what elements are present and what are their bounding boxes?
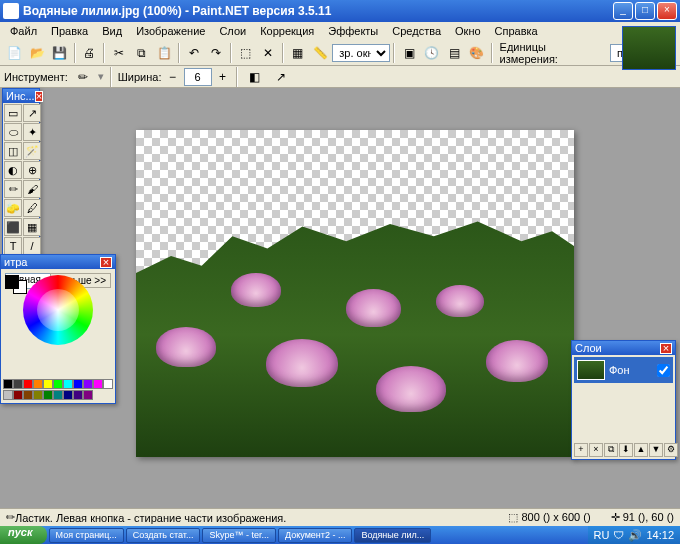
palette-color[interactable] <box>63 379 73 389</box>
canvas[interactable] <box>136 130 574 457</box>
undo-button[interactable]: ↶ <box>183 42 205 64</box>
delete-layer-button[interactable]: × <box>589 443 603 457</box>
tool-15[interactable]: / <box>23 237 41 255</box>
tool-11[interactable]: 🖊 <box>23 199 41 217</box>
width-decrease-button[interactable]: − <box>166 66 180 88</box>
paste-button[interactable]: 📋 <box>153 42 175 64</box>
brush-width-input[interactable] <box>184 68 212 86</box>
palette-color[interactable] <box>83 390 93 400</box>
palette-color[interactable] <box>33 379 43 389</box>
close-icon[interactable]: × <box>660 343 672 354</box>
zoom-select[interactable]: зр. окна <box>332 44 390 62</box>
add-layer-button[interactable]: + <box>574 443 588 457</box>
ruler-button[interactable]: 📏 <box>310 42 332 64</box>
close-icon[interactable]: × <box>35 91 43 102</box>
palette-color[interactable] <box>83 379 93 389</box>
menu-файл[interactable]: Файл <box>4 24 43 38</box>
palette-color[interactable] <box>33 390 43 400</box>
move-up-button[interactable]: ▲ <box>634 443 648 457</box>
width-increase-button[interactable]: + <box>216 66 230 88</box>
print-button[interactable]: 🖨 <box>79 42 101 64</box>
save-button[interactable]: 💾 <box>49 42 71 64</box>
palette-color[interactable] <box>23 379 33 389</box>
start-button[interactable]: пуск <box>0 526 47 544</box>
grid-button[interactable]: ▦ <box>287 42 309 64</box>
tool-5[interactable]: 🪄 <box>23 142 41 160</box>
minimize-button[interactable]: _ <box>613 2 633 20</box>
menu-коррекция[interactable]: Коррекция <box>254 24 320 38</box>
cut-button[interactable]: ✂ <box>108 42 130 64</box>
palette-color[interactable] <box>3 390 13 400</box>
menu-средства[interactable]: Средства <box>386 24 447 38</box>
maximize-button[interactable]: □ <box>635 2 655 20</box>
palette-color[interactable] <box>23 390 33 400</box>
navigator-thumbnail[interactable] <box>622 26 676 70</box>
taskbar-item[interactable]: Документ2 - ... <box>278 528 352 543</box>
layers-button[interactable]: ▤ <box>443 42 465 64</box>
layers-panel[interactable]: Слои× Фон + × ⧉ ⬇ ▲ ▼ ⚙ <box>571 340 676 460</box>
palette-color[interactable] <box>103 379 113 389</box>
move-down-button[interactable]: ▼ <box>649 443 663 457</box>
color-wheel[interactable] <box>23 275 93 345</box>
close-button[interactable]: × <box>657 2 677 20</box>
blend-button[interactable]: ↗ <box>270 66 292 88</box>
palette-color[interactable] <box>93 379 103 389</box>
history-button[interactable]: 🕓 <box>421 42 443 64</box>
taskbar-item[interactable]: Водяные лил... <box>354 528 431 543</box>
tool-4[interactable]: ◫ <box>4 142 22 160</box>
tool-1[interactable]: ↗ <box>23 104 41 122</box>
active-tool-icon[interactable]: ✏ <box>72 66 94 88</box>
palette-color[interactable] <box>43 390 53 400</box>
taskbar-item[interactable]: Создать стат... <box>126 528 201 543</box>
palette-color[interactable] <box>43 379 53 389</box>
menu-справка[interactable]: Справка <box>489 24 544 38</box>
tool-6[interactable]: ◐ <box>4 161 22 179</box>
close-icon[interactable]: × <box>100 257 112 268</box>
tool-8[interactable]: ✏ <box>4 180 22 198</box>
new-button[interactable]: 📄 <box>4 42 26 64</box>
palette-color[interactable] <box>53 390 63 400</box>
clock[interactable]: 14:12 <box>646 529 674 541</box>
palette-color[interactable] <box>53 379 63 389</box>
layer-visibility-checkbox[interactable] <box>657 364 670 377</box>
redo-button[interactable]: ↷ <box>206 42 228 64</box>
primary-color-swatch[interactable] <box>5 275 19 289</box>
open-button[interactable]: 📂 <box>27 42 49 64</box>
menu-окно[interactable]: Окно <box>449 24 487 38</box>
menu-слои[interactable]: Слои <box>213 24 252 38</box>
palette-color[interactable] <box>13 390 23 400</box>
deselect-button[interactable]: ✕ <box>258 42 280 64</box>
antialias-button[interactable]: ◧ <box>244 66 266 88</box>
colors-button[interactable]: 🎨 <box>466 42 488 64</box>
menu-эффекты[interactable]: Эффекты <box>322 24 384 38</box>
taskbar-item[interactable]: Skype™ - ter... <box>202 528 276 543</box>
tool-14[interactable]: T <box>4 237 22 255</box>
tool-7[interactable]: ⊕ <box>23 161 41 179</box>
menu-правка[interactable]: Правка <box>45 24 94 38</box>
duplicate-layer-button[interactable]: ⧉ <box>604 443 618 457</box>
menu-вид[interactable]: Вид <box>96 24 128 38</box>
merge-down-button[interactable]: ⬇ <box>619 443 633 457</box>
taskbar-item[interactable]: Моя страниц... <box>49 528 124 543</box>
colors-panel[interactable]: итра× новная Больше >> <box>0 254 116 404</box>
tool-10[interactable]: 🧽 <box>4 199 22 217</box>
tool-12[interactable]: ⬛ <box>4 218 22 236</box>
palette-color[interactable] <box>63 390 73 400</box>
tool-windows-button[interactable]: ▣ <box>398 42 420 64</box>
palette-color[interactable] <box>13 379 23 389</box>
lang-indicator[interactable]: RU <box>594 529 610 541</box>
tool-2[interactable]: ⬭ <box>4 123 22 141</box>
palette-color[interactable] <box>73 390 83 400</box>
color-palette[interactable] <box>3 379 113 401</box>
tool-0[interactable]: ▭ <box>4 104 22 122</box>
palette-color[interactable] <box>73 379 83 389</box>
system-tray[interactable]: RU 🛡🔊 14:12 <box>588 526 680 544</box>
copy-button[interactable]: ⧉ <box>131 42 153 64</box>
crop-button[interactable]: ⬚ <box>235 42 257 64</box>
menu-изображение[interactable]: Изображение <box>130 24 211 38</box>
layer-row[interactable]: Фон <box>574 357 673 383</box>
tool-9[interactable]: 🖌 <box>23 180 41 198</box>
palette-color[interactable] <box>3 379 13 389</box>
tool-3[interactable]: ✦ <box>23 123 41 141</box>
tool-13[interactable]: ▦ <box>23 218 41 236</box>
